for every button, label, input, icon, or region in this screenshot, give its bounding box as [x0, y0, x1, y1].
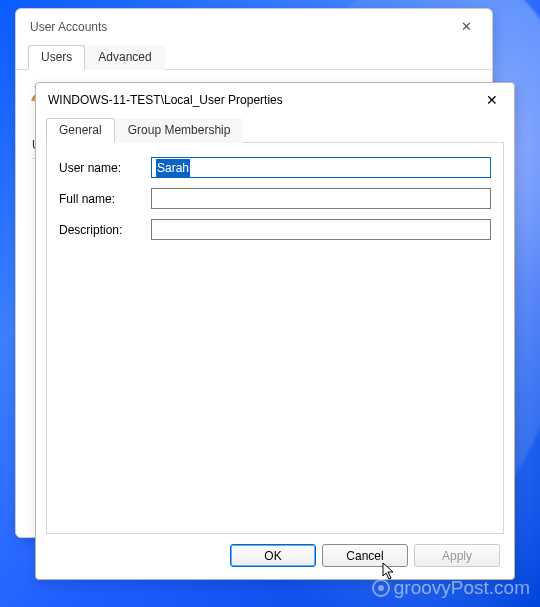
username-label: User name: — [59, 161, 151, 175]
fullname-input[interactable] — [151, 188, 491, 209]
svg-point-3 — [378, 585, 384, 591]
cancel-button[interactable]: Cancel — [322, 544, 408, 567]
close-icon[interactable]: ✕ — [480, 90, 504, 110]
username-input[interactable]: Sarah — [151, 157, 491, 178]
close-icon[interactable]: ✕ — [455, 17, 478, 36]
properties-title: WINDOWS-11-TEST\Local_User Properties — [48, 93, 283, 107]
logo-icon — [372, 579, 390, 597]
tab-group-membership[interactable]: Group Membership — [115, 118, 244, 143]
apply-button[interactable]: Apply — [414, 544, 500, 567]
ok-button[interactable]: OK — [230, 544, 316, 567]
username-value: Sarah — [156, 159, 190, 177]
general-panel: User name: Sarah Full name: Description: — [46, 142, 504, 534]
properties-titlebar: WINDOWS-11-TEST\Local_User Properties ✕ — [36, 83, 514, 115]
tab-users[interactable]: Users — [28, 45, 85, 70]
fullname-label: Full name: — [59, 192, 151, 206]
watermark: groovyPost.com — [372, 577, 530, 599]
properties-tabs: General Group Membership — [36, 117, 514, 142]
user-properties-window: WINDOWS-11-TEST\Local_User Properties ✕ … — [35, 82, 515, 580]
user-accounts-titlebar: User Accounts ✕ — [16, 9, 492, 42]
description-input[interactable] — [151, 219, 491, 240]
tab-general[interactable]: General — [46, 118, 115, 143]
tab-advanced[interactable]: Advanced — [85, 45, 164, 70]
dialog-buttons: OK Cancel Apply — [230, 544, 500, 567]
user-accounts-title: User Accounts — [30, 20, 107, 34]
user-accounts-tabs: Users Advanced — [16, 44, 492, 70]
description-label: Description: — [59, 223, 151, 237]
